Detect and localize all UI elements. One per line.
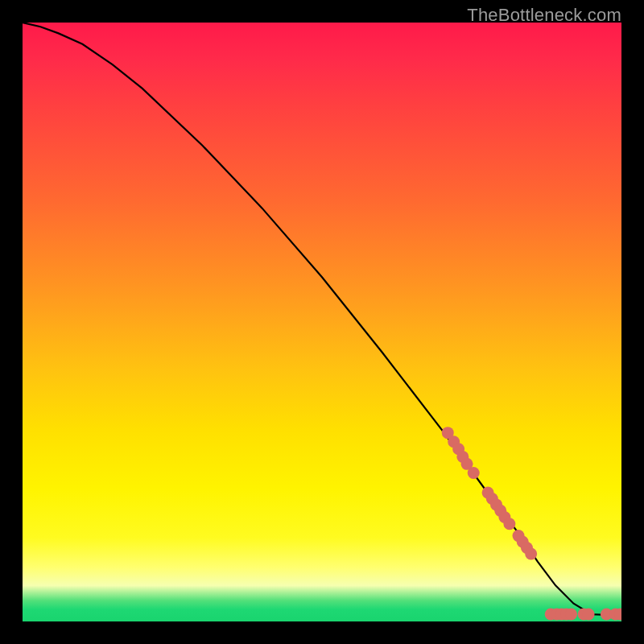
data-dot <box>565 609 577 621</box>
data-dot <box>525 547 537 559</box>
attribution-text: TheBottleneck.com <box>467 5 621 26</box>
data-dot <box>583 609 595 621</box>
data-dot <box>468 467 480 479</box>
chart-curve <box>23 23 621 616</box>
chart-svg <box>23 23 621 621</box>
chart-container: TheBottleneck.com <box>0 0 644 644</box>
chart-dots <box>442 427 621 620</box>
data-dot <box>503 518 515 530</box>
plot-area <box>23 23 621 621</box>
